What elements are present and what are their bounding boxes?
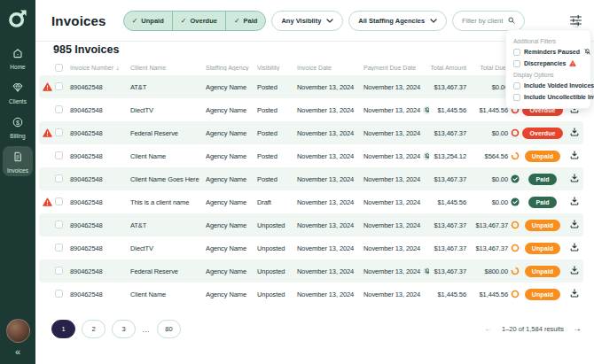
table-row[interactable]: 890462548Federal ReserveAgency NamePoste… xyxy=(39,121,583,144)
additional-filters-button[interactable] xyxy=(568,13,583,27)
pagination-ellipsis: … xyxy=(142,325,151,334)
table-row[interactable]: 890462548DiectTVAgency NamePostedNovembe… xyxy=(39,98,583,121)
row-checkbox[interactable] xyxy=(55,244,63,252)
status-filter-paid[interactable]: ✓ Paid xyxy=(226,12,266,30)
row-checkbox[interactable] xyxy=(55,290,63,298)
check-icon: ✓ xyxy=(132,17,138,25)
page-button-1[interactable]: 1 xyxy=(51,320,75,338)
popover-section-title: Additional Filters xyxy=(513,38,583,44)
option-checkbox[interactable] xyxy=(513,82,520,89)
row-checkbox[interactable] xyxy=(55,82,63,90)
brand-logo-icon xyxy=(8,8,28,28)
filter-option-include-uncollectible-invoices[interactable]: Include Uncollectible Invoices xyxy=(513,91,583,103)
checkbox-cell xyxy=(55,290,70,299)
payment-progress-icon xyxy=(511,221,520,229)
download-invoice-button[interactable] xyxy=(570,151,579,161)
download-invoice-button[interactable] xyxy=(570,243,579,253)
status-cell: Unpaid xyxy=(520,151,566,162)
reminders-paused-icon xyxy=(423,105,429,114)
column-header[interactable]: Staffing Agency xyxy=(206,65,257,71)
select-all-checkbox[interactable] xyxy=(55,64,63,72)
filter-option-discrepancies[interactable]: Discrepancies xyxy=(513,58,583,69)
filter-option-reminders-paused[interactable]: Reminders Paused xyxy=(513,46,583,58)
download-cell xyxy=(566,128,583,138)
row-checkbox[interactable] xyxy=(55,105,63,113)
client-name: DiectTV xyxy=(130,106,206,114)
row-checkbox[interactable] xyxy=(55,174,63,182)
download-cell xyxy=(566,220,583,230)
agency-dropdown[interactable]: All Staffing Agencies xyxy=(348,11,447,31)
download-invoice-button[interactable] xyxy=(570,128,579,138)
table-row[interactable]: 890462548Client NameAgency NameUnpostedN… xyxy=(39,283,583,306)
total-amount: $13,467.37 xyxy=(429,175,468,183)
column-header[interactable]: Visibility xyxy=(257,65,297,71)
next-page-icon[interactable]: → xyxy=(573,324,582,333)
download-invoice-button[interactable] xyxy=(570,289,579,299)
table-row[interactable]: 890462548DiectTVAgency NameUnpostedNovem… xyxy=(39,236,583,259)
staffing-agency: Agency Name xyxy=(206,83,257,91)
download-invoice-button[interactable] xyxy=(570,266,579,276)
avatar[interactable] xyxy=(6,319,30,343)
filter-sliders-icon xyxy=(570,15,582,26)
invoice-number: 890462548 xyxy=(70,198,130,206)
staffing-agency: Agency Name xyxy=(206,290,257,298)
download-invoice-button[interactable] xyxy=(570,220,579,230)
download-invoice-button[interactable] xyxy=(570,174,579,184)
row-checkbox[interactable] xyxy=(55,221,63,228)
payment-due-date: November 13, 2024 xyxy=(363,267,429,275)
page-button-3[interactable]: 3 xyxy=(112,320,136,338)
column-header[interactable]: Cllient Name xyxy=(130,65,206,71)
sidebar-item-label: Invoices xyxy=(7,167,28,174)
filter-option-include-voided-invoices[interactable]: Include Voided Invoices xyxy=(513,80,583,91)
client-filter-input[interactable]: Filter by client xyxy=(452,11,525,31)
table-row[interactable]: 890462548Client NameAgency NamePostedNov… xyxy=(39,144,583,167)
page-button-80[interactable]: 80 xyxy=(157,320,181,338)
status-cell: Unpaid xyxy=(520,220,566,231)
column-header[interactable]: Invoice Number↓ xyxy=(70,65,130,71)
payment-due-date: November 13, 2024 xyxy=(363,221,429,229)
table-row[interactable]: 890462548Federal ReserveAgency NameUnpos… xyxy=(39,259,583,283)
prev-page-icon[interactable]: ← xyxy=(484,324,493,333)
total-amount: $1,445.56 xyxy=(429,198,468,206)
table-row[interactable]: 890462548AT&TAgency NamePostedNovember 1… xyxy=(39,75,583,98)
download-invoice-button[interactable] xyxy=(570,197,579,207)
reminders-paused-icon xyxy=(423,267,429,275)
row-checkbox[interactable] xyxy=(55,267,63,275)
sidebar-item-clients[interactable]: Clients xyxy=(3,77,33,107)
payment-due-date: November 13, 2024 xyxy=(363,198,429,206)
row-checkbox[interactable] xyxy=(55,151,63,159)
brand-logo[interactable] xyxy=(7,7,28,28)
invoice-number: 890462548 xyxy=(70,221,130,229)
sidebar-item-home[interactable]: Home xyxy=(3,43,33,73)
row-checkbox[interactable] xyxy=(55,197,63,205)
column-header[interactable]: Total Amount xyxy=(429,65,468,71)
column-header[interactable]: Payment Due Date xyxy=(363,65,429,71)
payment-progress-icon xyxy=(511,197,520,206)
sort-icon[interactable]: ↓ xyxy=(116,65,120,71)
sidebar-item-billing[interactable]: $ Billing xyxy=(3,112,33,142)
visibility-dropdown[interactable]: Any Visiblity xyxy=(271,11,343,31)
table-row[interactable]: 890462548Client Name Goes HereAgency Nam… xyxy=(39,167,583,190)
collapse-sidebar-button[interactable]: « xyxy=(15,347,20,357)
visibility: Unposted xyxy=(257,221,297,229)
status-filter-overdue[interactable]: ✓ Overdue xyxy=(173,12,226,30)
sidebar-item-invoices[interactable]: Invoices xyxy=(3,146,33,176)
status-filter-unpaid[interactable]: ✓ Unpaid xyxy=(124,12,173,30)
row-checkbox[interactable] xyxy=(55,128,63,136)
billing-icon: $ xyxy=(12,115,23,131)
table-row[interactable]: 890462548AT&TAgency NameUnpostedNovember… xyxy=(39,213,583,236)
page-button-2[interactable]: 2 xyxy=(82,320,106,338)
option-checkbox[interactable] xyxy=(513,49,520,56)
invoice-date: November 13, 2024 xyxy=(297,83,363,91)
client-name: AT&T xyxy=(130,221,206,229)
invoice-date: November 13, 2024 xyxy=(297,152,363,160)
check-icon: ✓ xyxy=(181,17,187,25)
status-cell: Unpaid xyxy=(520,243,566,254)
table-row[interactable]: 890462548This is a client nameAgency Nam… xyxy=(39,190,583,213)
option-checkbox[interactable] xyxy=(513,60,520,67)
column-header[interactable]: Invoice Date xyxy=(297,65,363,71)
staffing-agency: Agency Name xyxy=(206,129,257,137)
option-checkbox[interactable] xyxy=(513,94,520,101)
invoice-number: 890462548 xyxy=(70,83,130,91)
status-badge: Paid xyxy=(528,197,556,208)
